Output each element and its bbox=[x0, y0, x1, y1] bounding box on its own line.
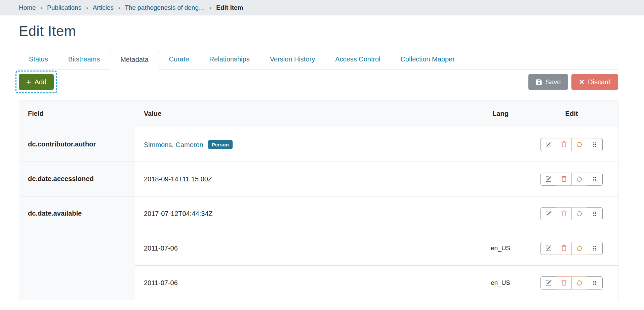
arrow-counterclockwise-icon bbox=[576, 141, 582, 148]
grip-icon bbox=[592, 246, 598, 251]
breadcrumb-item-home[interactable]: Home bbox=[19, 4, 36, 11]
delete-button[interactable] bbox=[556, 138, 572, 151]
metadata-row: dc.date.accessioned2018-09-14T11:15:00Z bbox=[19, 162, 618, 196]
save-icon bbox=[536, 79, 542, 85]
lang-cell: en_US bbox=[476, 266, 525, 300]
breadcrumb-item-articles[interactable]: Articles bbox=[93, 4, 114, 11]
column-header-lang: Lang bbox=[476, 100, 525, 127]
field-name-cell: dc.date.accessioned bbox=[19, 162, 135, 196]
tab-bitstreams[interactable]: Bitstreams bbox=[58, 50, 110, 70]
toolbar-right: Save ✕ Discard bbox=[528, 74, 618, 90]
edit-button[interactable] bbox=[540, 276, 556, 290]
row-action-group bbox=[540, 242, 603, 255]
delete-button[interactable] bbox=[556, 173, 572, 186]
edit-button[interactable] bbox=[540, 207, 556, 220]
breadcrumb-item-the-pathogenesis-of-deng[interactable]: The pathogenesis of deng… bbox=[125, 4, 205, 11]
value-text: 2017-07-12T04:44:34Z bbox=[144, 210, 213, 217]
column-header-edit: Edit bbox=[525, 100, 618, 127]
grip-icon bbox=[592, 176, 598, 182]
trash-icon bbox=[561, 280, 567, 286]
breadcrumb: Home•Publications•Articles•The pathogene… bbox=[0, 0, 644, 15]
value-cell: 2017-07-12T04:44:34Z bbox=[135, 196, 476, 231]
drag-handle-button[interactable] bbox=[587, 276, 603, 290]
undo-button[interactable] bbox=[571, 242, 587, 255]
save-button[interactable]: Save bbox=[528, 74, 568, 90]
trash-icon bbox=[561, 141, 567, 147]
tab-relationships[interactable]: Relationships bbox=[199, 50, 260, 70]
breadcrumb-item-edit-item: Edit Item bbox=[216, 4, 243, 11]
edit-actions-cell bbox=[525, 231, 618, 266]
edit-button[interactable] bbox=[540, 242, 556, 255]
x-icon: ✕ bbox=[579, 79, 585, 85]
field-name-cell: dc.date.available bbox=[19, 196, 135, 300]
save-button-label: Save bbox=[546, 79, 561, 85]
tab-metadata[interactable]: Metadata bbox=[110, 50, 159, 70]
arrow-counterclockwise-icon bbox=[576, 280, 582, 286]
drag-handle-button[interactable] bbox=[587, 173, 603, 186]
drag-handle-button[interactable] bbox=[587, 242, 603, 255]
value-cell: 2011-07-06 bbox=[135, 231, 476, 266]
breadcrumb-separator-dot: • bbox=[210, 5, 211, 11]
edit-actions-cell bbox=[525, 127, 618, 162]
edit-actions-cell bbox=[525, 266, 618, 300]
metadata-table: Field Value Lang Edit dc.contributor.aut… bbox=[19, 100, 618, 300]
value-text: 2011-07-06 bbox=[144, 245, 178, 252]
plus-icon: + bbox=[26, 79, 31, 85]
tab-status[interactable]: Status bbox=[19, 50, 58, 70]
lang-cell: en_US bbox=[476, 231, 525, 266]
value-entity-link[interactable]: Simmons, Cameron bbox=[144, 141, 203, 148]
undo-button[interactable] bbox=[571, 138, 587, 151]
person-badge: Person bbox=[208, 140, 233, 149]
grip-icon bbox=[592, 211, 598, 217]
undo-button[interactable] bbox=[571, 173, 587, 186]
edit-actions-cell bbox=[525, 196, 618, 231]
tab-collection-mapper[interactable]: Collection Mapper bbox=[391, 50, 465, 70]
pencil-square-icon bbox=[546, 141, 552, 147]
lang-cell bbox=[476, 127, 525, 162]
trash-icon bbox=[561, 245, 567, 251]
tab-curate[interactable]: Curate bbox=[159, 50, 199, 70]
field-name-cell: dc.contributor.author bbox=[19, 127, 135, 162]
pencil-square-icon bbox=[546, 211, 552, 217]
grip-icon bbox=[592, 142, 598, 147]
row-action-group bbox=[540, 276, 603, 290]
row-action-group bbox=[540, 138, 603, 151]
add-button-label: Add bbox=[35, 79, 47, 85]
edit-actions-cell bbox=[525, 162, 618, 196]
tab-access-control[interactable]: Access Control bbox=[325, 50, 391, 70]
value-text: 2018-09-14T11:15:00Z bbox=[144, 175, 212, 183]
toolbar: + Add Save ✕ Discard bbox=[19, 74, 618, 93]
breadcrumb-separator-dot: • bbox=[118, 5, 120, 11]
row-action-group bbox=[540, 173, 603, 186]
tab-bar: StatusBitstreamsMetadataCurateRelationsh… bbox=[19, 50, 618, 70]
undo-button[interactable] bbox=[571, 276, 587, 290]
breadcrumb-separator-dot: • bbox=[86, 5, 88, 11]
edit-button[interactable] bbox=[540, 138, 556, 151]
add-button[interactable]: + Add bbox=[19, 74, 54, 90]
lang-cell bbox=[476, 196, 525, 231]
metadata-table-header-row: Field Value Lang Edit bbox=[19, 100, 618, 127]
drag-handle-button[interactable] bbox=[587, 207, 603, 220]
drag-handle-button[interactable] bbox=[587, 138, 603, 151]
title-divider bbox=[19, 45, 618, 45]
undo-button[interactable] bbox=[571, 207, 587, 220]
lang-cell bbox=[476, 162, 525, 196]
metadata-row: dc.date.available2017-07-12T04:44:34Z bbox=[19, 196, 618, 231]
trash-icon bbox=[561, 211, 567, 217]
metadata-row: dc.contributor.authorSimmons, CameronPer… bbox=[19, 127, 618, 162]
value-text: 2011-07-06 bbox=[144, 279, 178, 286]
delete-button[interactable] bbox=[556, 242, 572, 255]
page-title: Edit Item bbox=[19, 23, 618, 39]
discard-button[interactable]: ✕ Discard bbox=[571, 74, 618, 90]
tab-version-history[interactable]: Version History bbox=[260, 50, 325, 70]
breadcrumb-item-publications[interactable]: Publications bbox=[47, 4, 81, 11]
trash-icon bbox=[561, 176, 567, 182]
discard-button-label: Discard bbox=[588, 79, 611, 85]
edit-button[interactable] bbox=[540, 173, 556, 186]
row-action-group bbox=[540, 207, 603, 220]
pencil-square-icon bbox=[546, 280, 552, 286]
delete-button[interactable] bbox=[556, 207, 572, 220]
main-content: Edit Item StatusBitstreamsMetadataCurate… bbox=[19, 23, 618, 300]
delete-button[interactable] bbox=[556, 276, 572, 290]
add-button-focus-ring: + Add bbox=[15, 71, 57, 93]
